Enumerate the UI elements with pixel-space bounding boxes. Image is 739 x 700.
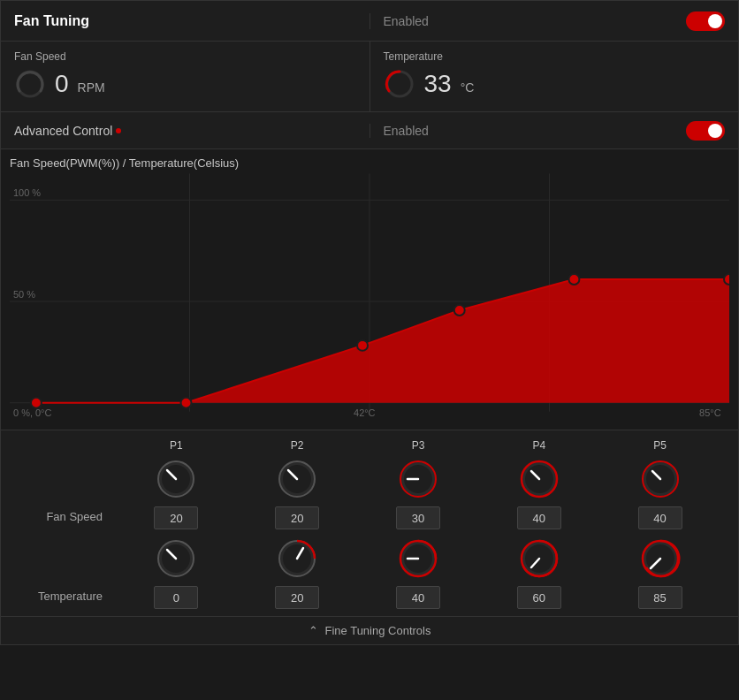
p4-temp-value-col <box>508 582 570 609</box>
p2-fan-value-col <box>266 503 328 529</box>
header-right: Enabled <box>370 11 739 31</box>
chart-section: Fan Speed(PWM(%)) / Temperature(Celsius)… <box>1 149 738 430</box>
p1-label: P1 <box>170 439 183 452</box>
fine-tuning-footer[interactable]: ⌃ Fine Tuning Controls <box>1 616 738 644</box>
svg-point-17 <box>454 305 465 316</box>
svg-text:0 %, 0°C: 0 %, 0°C <box>13 407 51 418</box>
main-container: Fan Tuning Enabled Fan Speed 0 RPM Tempe… <box>0 0 739 645</box>
advanced-toggle[interactable] <box>686 121 725 141</box>
p1-temp-value-col <box>145 582 207 609</box>
temperature-dial <box>384 68 415 100</box>
svg-text:50 %: 50 % <box>13 289 35 300</box>
temperature-label: Temperature <box>384 50 726 63</box>
p3-fan-value-col <box>387 503 449 529</box>
metrics-row: Fan Speed 0 RPM Temperature 33 °C <box>1 42 738 112</box>
p1-temp-knob[interactable] <box>156 538 196 579</box>
point-labels: P1 P2 P3 P4 P5 <box>116 439 720 455</box>
fan-speed-knobs-row <box>1 459 738 499</box>
p3-header-col: P3 <box>387 439 449 455</box>
fan-speed-panel: Fan Speed 0 RPM <box>1 42 370 111</box>
p5-fan-knob[interactable] <box>640 459 681 499</box>
p3-temp-value-col <box>387 582 449 609</box>
header-row: Fan Tuning Enabled <box>1 1 738 42</box>
p1-fan-value-col <box>145 503 207 529</box>
p3-temp-input[interactable] <box>396 586 440 609</box>
p5-fan-input[interactable] <box>638 506 682 529</box>
svg-point-15 <box>181 398 192 408</box>
p3-temp-col <box>387 538 449 579</box>
p4-fan-knob[interactable] <box>519 459 560 499</box>
p4-fan-col <box>508 459 570 499</box>
temperature-unit: °C <box>461 80 475 95</box>
p2-temp-col <box>266 538 328 579</box>
chart-svg: 100 % 50 % 0 %, 0°C 42°C 85°C <box>10 173 729 430</box>
p4-temp-input[interactable] <box>517 586 561 609</box>
p4-fan-input[interactable] <box>517 506 561 529</box>
p5-temp-input[interactable] <box>638 586 682 609</box>
app-title: Fan Tuning <box>1 13 370 29</box>
p5-header-col: P5 <box>629 439 691 455</box>
fan-speed-inputs <box>116 503 720 529</box>
temp-row-label: Temperature <box>19 590 116 603</box>
p4-fan-value-col <box>508 503 570 529</box>
p2-temp-input[interactable] <box>275 586 319 609</box>
temp-knobs-row <box>1 538 738 579</box>
p2-fan-col <box>266 459 328 499</box>
p3-fan-col <box>387 459 449 499</box>
fan-speed-unit: RPM <box>78 80 105 95</box>
advanced-control-label: Advanced Control <box>14 124 112 138</box>
controls-section: P1 P2 P3 P4 P5 <box>1 430 738 616</box>
advanced-control-row: Advanced Control Enabled <box>1 112 738 149</box>
temperature-value: 33 <box>424 70 452 98</box>
p3-temp-knob[interactable] <box>398 538 438 579</box>
chevron-up-icon: ⌃ <box>309 624 318 637</box>
p4-header-col: P4 <box>508 439 570 455</box>
svg-point-16 <box>357 340 368 351</box>
p5-temp-knob[interactable] <box>640 538 681 579</box>
p5-temp-col <box>629 538 691 579</box>
controls-grid: P1 P2 P3 P4 P5 <box>1 439 738 609</box>
temp-knobs <box>116 538 720 579</box>
p5-label: P5 <box>653 439 667 452</box>
p3-fan-input[interactable] <box>396 506 440 529</box>
temperature-value-row: 33 °C <box>384 68 726 100</box>
p1-fan-input[interactable] <box>154 506 198 529</box>
temp-inputs <box>116 582 720 609</box>
p1-fan-knob[interactable] <box>156 459 196 499</box>
p3-label: P3 <box>412 439 425 452</box>
p1-temp-input[interactable] <box>154 586 198 609</box>
point-headers-row: P1 P2 P3 P4 P5 <box>1 439 738 455</box>
fan-speed-knobs <box>116 459 720 499</box>
main-toggle[interactable] <box>686 11 725 31</box>
svg-text:42°C: 42°C <box>354 407 376 418</box>
p4-temp-knob[interactable] <box>519 538 560 579</box>
fan-speed-row-label: Fan Speed <box>19 510 116 523</box>
fan-speed-value: 0 <box>55 70 69 98</box>
p3-fan-knob[interactable] <box>398 459 438 499</box>
svg-text:100 %: 100 % <box>13 187 41 198</box>
svg-point-19 <box>724 274 729 285</box>
advanced-control-left: Advanced Control <box>1 124 370 138</box>
advanced-enabled-label: Enabled <box>384 124 429 138</box>
chart-container[interactable]: 100 % 50 % 0 %, 0°C 42°C 85°C <box>10 173 729 430</box>
p4-label: P4 <box>532 439 545 452</box>
p2-header-col: P2 <box>266 439 328 455</box>
p2-fan-knob[interactable] <box>277 459 317 499</box>
chart-title: Fan Speed(PWM(%)) / Temperature(Celsius) <box>10 156 729 170</box>
fan-speed-value-row: 0 RPM <box>14 68 356 100</box>
fan-speed-label-text: Fan Speed <box>46 510 103 523</box>
fan-speed-values-row: Fan Speed <box>1 503 738 529</box>
svg-point-14 <box>31 398 42 408</box>
svg-marker-13 <box>36 279 729 403</box>
p5-fan-value-col <box>629 503 691 529</box>
fan-speed-dial <box>14 68 46 100</box>
p1-header-col: P1 <box>145 439 207 455</box>
p5-temp-value-col <box>629 582 691 609</box>
p1-temp-col <box>145 538 207 579</box>
p2-fan-input[interactable] <box>275 506 319 529</box>
advanced-control-right: Enabled <box>370 121 739 141</box>
p2-temp-knob[interactable] <box>277 538 317 579</box>
fan-speed-label: Fan Speed <box>14 50 356 63</box>
p4-temp-col <box>508 538 570 579</box>
p2-label: P2 <box>291 439 304 452</box>
